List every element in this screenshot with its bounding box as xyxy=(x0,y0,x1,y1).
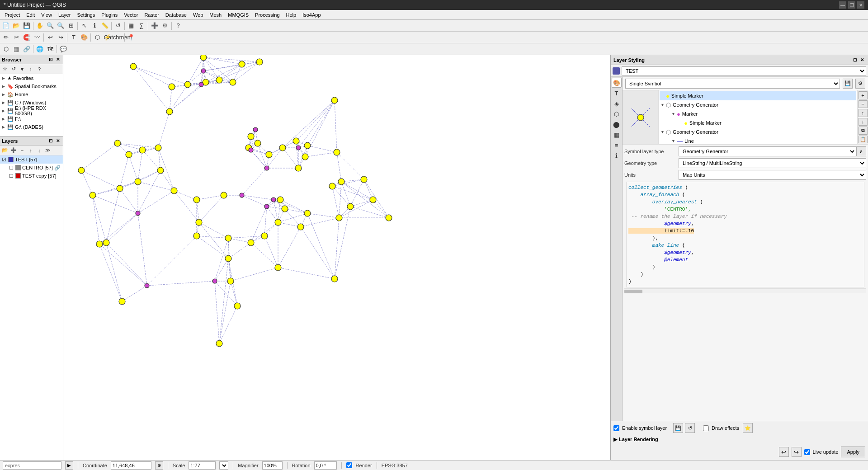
layer-item[interactable]: ☐TEST copy [57] xyxy=(0,172,63,180)
label-btn[interactable]: T xyxy=(69,33,79,42)
menu-item-iso4app[interactable]: Iso4App xyxy=(300,11,323,19)
layer-open-btn[interactable]: 📂 xyxy=(1,146,9,155)
catchment-btn[interactable]: Catchment xyxy=(113,33,123,42)
menu-item-vector[interactable]: Vector xyxy=(121,11,141,19)
menu-item-project[interactable]: Project xyxy=(2,11,23,19)
units-select[interactable]: Map Units xyxy=(679,170,866,180)
code-hscrollbar[interactable] xyxy=(624,288,866,293)
browser-up-btn[interactable]: ↑ xyxy=(27,65,35,73)
style-tab-mask[interactable]: ◈ xyxy=(612,99,622,108)
menu-item-help[interactable]: Help xyxy=(283,11,299,19)
scale-preset-select[interactable] xyxy=(219,461,228,470)
apply-style-btn[interactable]: ↺ xyxy=(685,423,695,433)
refresh-btn[interactable]: ↺ xyxy=(113,21,123,31)
layer-visibility-checkbox[interactable]: ☑ xyxy=(2,157,8,163)
browser-item[interactable]: ▶🏠Home xyxy=(0,90,63,99)
sym-dn-btn[interactable]: ↓ xyxy=(859,118,868,126)
zoom-out-btn[interactable]: 🔍 xyxy=(56,21,66,31)
layer-dn-btn[interactable]: ↓ xyxy=(35,146,43,155)
identify-btn[interactable]: ℹ xyxy=(90,21,99,31)
menu-item-mesh[interactable]: Mesh xyxy=(207,11,224,19)
maximize-btn[interactable]: ❐ xyxy=(848,1,855,9)
menu-item-web[interactable]: Web xyxy=(190,11,206,19)
symbol-save-btn[interactable]: 💾 xyxy=(843,79,853,89)
layers-content[interactable]: ☑TEST [57]☐CENTRO [57] 🔗☐TEST copy [57] xyxy=(0,155,63,460)
zoom-in-btn[interactable]: 🔍 xyxy=(45,21,55,31)
browser-item[interactable]: ▶🔖Spatial Bookmarks xyxy=(0,82,63,90)
processing-btn[interactable]: ⚙ xyxy=(160,21,170,31)
menu-item-mmqgis[interactable]: MMQGIS xyxy=(225,11,251,19)
browser-filter-btn[interactable]: ▼ xyxy=(18,65,26,73)
osm-btn[interactable]: 🌐 xyxy=(35,44,45,54)
style-tab-attrs[interactable]: ≡ xyxy=(612,140,622,150)
symbol-layer-type-value[interactable]: Geometry Generator xyxy=(679,146,856,156)
sym-tree-item[interactable]: ▼—Line xyxy=(660,136,856,144)
add-layer-btn[interactable]: ➕ xyxy=(150,21,160,31)
redo-btn[interactable]: ↪ xyxy=(56,33,66,42)
browser-refresh-btn[interactable]: ↺ xyxy=(9,65,18,73)
browser-help-btn[interactable]: ? xyxy=(35,65,43,73)
menu-item-view[interactable]: View xyxy=(38,11,55,19)
geometry-type-select[interactable]: LineString / MultiLineString xyxy=(679,158,866,168)
geometry-type-value[interactable]: LineString / MultiLineString xyxy=(679,158,866,168)
browser-content[interactable]: ▶★Favorites▶🔖Spatial Bookmarks▶🏠Home▶💾C:… xyxy=(0,74,63,136)
style-tab-metadata[interactable]: ℹ xyxy=(612,150,622,160)
styling-header-controls[interactable]: ⊡ ✕ xyxy=(852,57,865,63)
style-btn[interactable]: 🎨 xyxy=(79,33,89,42)
menu-item-layer[interactable]: Layer xyxy=(56,11,74,19)
expression-search-input[interactable] xyxy=(3,461,61,470)
search-submit-btn[interactable]: ▶ xyxy=(65,461,73,470)
draw-effects-settings-btn[interactable]: ⭐ xyxy=(743,423,753,433)
browser-item[interactable]: ▶★Favorites xyxy=(0,74,63,82)
browser-float-btn[interactable]: ⊡ xyxy=(47,56,54,63)
enable-symbol-layer-checkbox[interactable] xyxy=(613,425,619,431)
style-tab-diagram[interactable]: ⬤ xyxy=(612,119,622,129)
new-project-btn[interactable]: 📄 xyxy=(1,21,11,31)
draw-effects-checkbox[interactable] xyxy=(703,425,709,431)
menu-item-settings[interactable]: Settings xyxy=(74,11,98,19)
layers-panel-controls[interactable]: ⊡ ✕ xyxy=(47,138,61,144)
edit-btn[interactable]: ✂ xyxy=(11,33,21,42)
style-tab-label[interactable]: T xyxy=(612,88,622,98)
locate-btn[interactable]: 📍 xyxy=(126,33,136,42)
layers-float-btn[interactable]: ⊡ xyxy=(47,138,54,144)
layers-close-btn[interactable]: ✕ xyxy=(55,138,61,144)
undo-btn[interactable]: ↩ xyxy=(45,33,55,42)
code-editor[interactable]: collect_geometries ( array_foreach ( ove… xyxy=(626,182,864,287)
layer-name-select[interactable]: TEST xyxy=(622,66,866,75)
measure-btn[interactable]: 📏 xyxy=(100,21,110,31)
styling-float-btn[interactable]: ⊡ xyxy=(852,57,858,63)
menu-item-database[interactable]: Database xyxy=(163,11,189,19)
live-update-checkbox[interactable] xyxy=(804,449,810,455)
render-checkbox[interactable] xyxy=(346,462,352,468)
sym-add-btn[interactable]: + xyxy=(859,91,868,99)
sym-copy-btn[interactable]: ⧉ xyxy=(859,127,868,135)
layer-remove-btn[interactable]: − xyxy=(18,146,26,155)
save-project-btn[interactable]: 💾 xyxy=(22,21,32,31)
layer-more-btn[interactable]: ≫ xyxy=(44,146,52,155)
apply-button[interactable]: Apply xyxy=(841,446,865,457)
attribute-table-btn[interactable]: ▦ xyxy=(126,21,136,31)
layer-item[interactable]: ☐CENTRO [57] 🔗 xyxy=(0,164,63,172)
browser-close-btn[interactable]: ✕ xyxy=(55,56,61,63)
open-project-btn[interactable]: 📂 xyxy=(11,21,21,31)
menu-item-plugins[interactable]: Plugins xyxy=(99,11,120,19)
sym-up-btn[interactable]: ↑ xyxy=(859,109,868,117)
units-value[interactable]: Map Units xyxy=(679,170,866,180)
styling-close-btn[interactable]: ✕ xyxy=(859,57,865,63)
style-tab-paint[interactable]: 🎨 xyxy=(612,78,622,88)
layer-item[interactable]: ☑TEST [57] xyxy=(0,155,63,164)
network-btn[interactable]: 🔗 xyxy=(22,44,32,54)
browser-add-btn[interactable]: ☆ xyxy=(1,65,9,73)
pan-tool-btn[interactable]: ✋ xyxy=(35,21,45,31)
trace-btn[interactable]: 〰 xyxy=(32,33,42,42)
menu-item-edit[interactable]: Edit xyxy=(24,11,38,19)
digitize-btn[interactable]: ✏ xyxy=(1,33,11,42)
redo-style-btn[interactable]: ↪ xyxy=(792,447,802,457)
coordinate-center-btn[interactable]: ⊕ xyxy=(155,461,163,470)
raster-btn[interactable]: ▦ xyxy=(11,44,21,54)
sym-remove-btn[interactable]: − xyxy=(859,100,868,108)
window-controls[interactable]: — ❐ ✕ xyxy=(839,1,864,9)
sym-tree-item[interactable]: ●Simple Marker xyxy=(660,118,856,127)
sym-tree-item[interactable]: ▼⬡Geometry Generator xyxy=(660,100,856,109)
